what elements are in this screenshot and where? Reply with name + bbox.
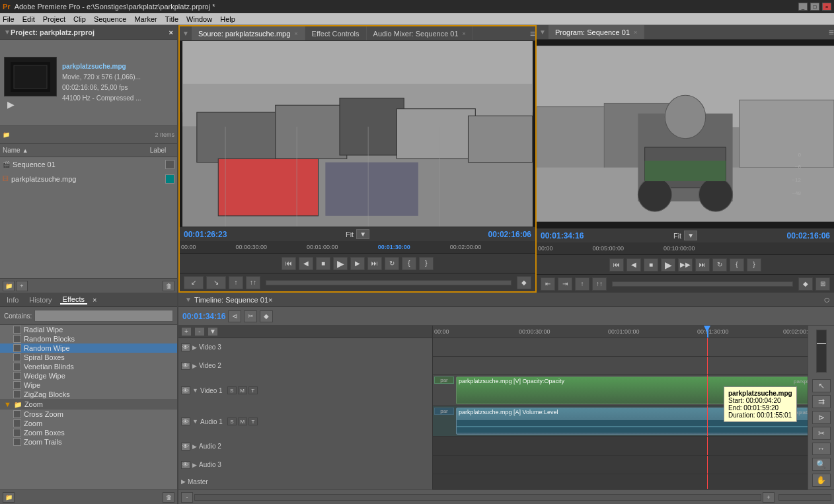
effect-cross-zoom[interactable]: Cross Zoom xyxy=(0,410,177,419)
col-name-header[interactable]: Name ▲ xyxy=(3,147,141,154)
source-step-forward-button[interactable]: ⏭ xyxy=(367,257,382,270)
project-panel-close[interactable]: × xyxy=(169,28,173,36)
tab-source-close[interactable]: × xyxy=(294,30,297,37)
timeline-panel-close[interactable]: × xyxy=(268,296,272,304)
prog-stop[interactable]: ■ xyxy=(644,258,658,271)
preview-filename[interactable]: parkplatzsuche.mpg xyxy=(62,61,141,72)
new-custom-bin-button[interactable]: 📁 xyxy=(3,492,15,503)
cross-zoom-checkbox[interactable] xyxy=(13,410,21,418)
zoom-checkbox[interactable] xyxy=(13,419,21,427)
project-item-sequence[interactable]: 🎬 Sequence 01 xyxy=(0,157,177,172)
source-loop-button[interactable]: ↻ xyxy=(385,257,399,270)
track-options-button[interactable]: ▼ xyxy=(208,327,218,336)
video-label-checkbox[interactable] xyxy=(165,174,174,184)
effect-spiral-boxes-checkbox[interactable] xyxy=(13,353,21,361)
prog-step-back[interactable]: ⏮ xyxy=(609,258,624,271)
effect-wedge-wipe[interactable]: Wedge Wipe xyxy=(0,371,177,380)
menu-file[interactable]: File xyxy=(3,15,15,23)
prog-goto-out[interactable]: ⇥ xyxy=(558,277,572,291)
tab-audio-close[interactable]: × xyxy=(463,30,466,37)
prog-add-marker[interactable]: ◆ xyxy=(798,277,813,291)
source-add-marker-button[interactable]: ◆ xyxy=(517,276,531,289)
source-lift-button[interactable]: ↑ xyxy=(229,276,243,289)
tab-program-close[interactable]: × xyxy=(634,29,637,36)
effect-venetian-blinds-checkbox[interactable] xyxy=(13,363,21,371)
tab-effects[interactable]: Effects xyxy=(60,295,87,305)
tl-zoom-bar[interactable] xyxy=(194,494,761,501)
video2-content[interactable] xyxy=(433,357,808,375)
source-mark-in-button[interactable]: { xyxy=(402,257,416,270)
source-next-frame-button[interactable]: ▶ xyxy=(350,257,365,270)
video1-solo-button[interactable]: T xyxy=(248,386,258,394)
prog-mark-out[interactable]: } xyxy=(747,258,761,271)
prog-play[interactable]: ▶ xyxy=(661,258,675,271)
program-jog-bar[interactable] xyxy=(612,281,793,287)
effects-search-input[interactable] xyxy=(34,310,173,322)
tl-scroll-bar[interactable] xyxy=(778,494,831,501)
razor-tool[interactable]: ✂ xyxy=(812,427,831,440)
tab-audio-mixer[interactable]: Audio Mixer: Sequence 01 × xyxy=(367,26,473,40)
program-fit-dropdown[interactable]: ▼ xyxy=(684,231,697,240)
tl-zoom-in-button[interactable]: + xyxy=(763,492,775,503)
source-jog-bar[interactable] xyxy=(266,280,512,285)
source-play-button[interactable]: ▶ xyxy=(333,257,348,270)
tl-razor-button[interactable]: ✂ xyxy=(244,310,257,322)
video2-expand-icon[interactable]: ▶ xyxy=(192,363,197,369)
prog-loop[interactable]: ↻ xyxy=(712,258,727,271)
program-timecode-current[interactable]: 00:01:34:16 xyxy=(541,231,584,240)
prog-prev-frame[interactable]: ◀ xyxy=(626,258,641,271)
tl-zoom-out-button[interactable]: - xyxy=(181,492,193,503)
selection-tool-button[interactable]: ↖ xyxy=(812,379,831,392)
delete-effect-button[interactable]: 🗑 xyxy=(163,492,174,503)
audio1-content[interactable]: par parkplatzsuche.mpg [A] Volume:Level xyxy=(433,406,808,437)
new-bin-button[interactable]: 📁 xyxy=(3,281,15,291)
menu-sequence[interactable]: Sequence xyxy=(94,15,127,23)
audio2-expand-icon[interactable]: ▶ xyxy=(192,443,197,450)
new-item-button[interactable]: + xyxy=(16,281,28,291)
video3-content[interactable] xyxy=(433,338,808,357)
col-label-header[interactable]: Label xyxy=(141,147,174,154)
audio1-sync-button[interactable]: S xyxy=(227,417,237,425)
source-insert-button[interactable]: ↙ xyxy=(184,276,204,289)
master-content[interactable] xyxy=(433,474,808,489)
track-select-tool[interactable]: ⇉ xyxy=(812,395,831,408)
effect-venetian-blinds[interactable]: Venetian Blinds xyxy=(0,362,177,371)
prog-step-forward[interactable]: ⏭ xyxy=(695,258,710,271)
prog-mark-in[interactable]: { xyxy=(730,258,744,271)
tab-effect-controls[interactable]: Effect Controls xyxy=(305,26,367,40)
minimize-button[interactable]: _ xyxy=(798,3,808,11)
audio3-content[interactable] xyxy=(433,456,808,474)
remove-track-button[interactable]: - xyxy=(194,327,205,336)
slip-tool[interactable]: ↔ xyxy=(812,443,831,456)
video1-sync-button[interactable]: S xyxy=(227,386,237,394)
close-button[interactable]: × xyxy=(822,3,831,11)
effect-radial-wipe-checkbox[interactable] xyxy=(13,326,21,334)
source-timecode-current[interactable]: 00:01:26:23 xyxy=(184,230,227,239)
audio2-eye-button[interactable]: 👁 xyxy=(181,443,190,450)
effect-zoom-boxes[interactable]: Zoom Boxes xyxy=(0,428,177,437)
source-fit-dropdown[interactable]: ▼ xyxy=(356,229,369,239)
audio1-clip-par[interactable]: par xyxy=(434,408,454,415)
tab-program[interactable]: Program: Sequence 01 × xyxy=(549,25,644,39)
tab-info[interactable]: Info xyxy=(4,296,21,304)
effect-spiral-boxes[interactable]: Spiral Boxes xyxy=(0,353,177,362)
prog-goto-in[interactable]: ⇤ xyxy=(541,277,555,291)
source-stop-button[interactable]: ■ xyxy=(316,257,330,270)
source-extract-button[interactable]: ↑↑ xyxy=(246,276,260,289)
video1-eye-button[interactable]: 👁 xyxy=(181,386,190,394)
effect-wipe-checkbox[interactable] xyxy=(13,381,21,389)
source-overwrite-button[interactable]: ↘ xyxy=(206,276,226,289)
prog-extract[interactable]: ↑↑ xyxy=(592,277,607,291)
video1-mute-button[interactable]: M xyxy=(238,386,247,394)
zoom-trails-checkbox[interactable] xyxy=(13,438,21,446)
zoom-tool[interactable]: 🔍 xyxy=(812,458,831,471)
prog-lift[interactable]: ↑ xyxy=(575,277,589,291)
menu-help[interactable]: Help xyxy=(220,15,235,23)
effect-random-blocks[interactable]: Random Blocks xyxy=(0,334,177,343)
program-panel-menu[interactable]: ≡ xyxy=(829,27,834,38)
source-panel-menu[interactable]: ≡ xyxy=(530,28,535,39)
zoom-boxes-checkbox[interactable] xyxy=(13,429,21,437)
video3-eye-button[interactable]: 👁 xyxy=(181,343,190,351)
effect-radial-wipe[interactable]: Radial Wipe xyxy=(0,325,177,334)
add-track-button[interactable]: + xyxy=(181,327,192,336)
